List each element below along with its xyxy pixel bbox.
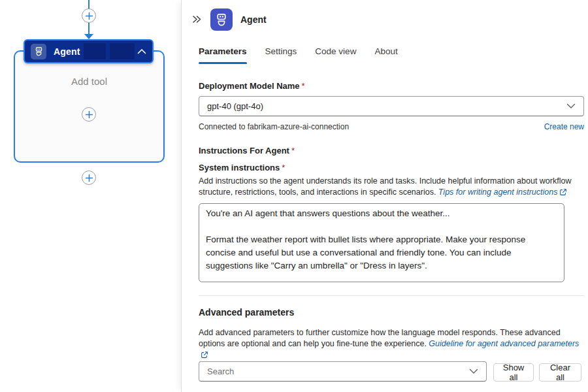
advanced-help-text: Add advanced parameters to further custo… xyxy=(199,327,588,362)
add-tool-button[interactable] xyxy=(82,107,96,122)
tab-label: Parameters xyxy=(199,46,247,56)
add-tool-label: Add tool xyxy=(15,76,163,87)
chevron-up-icon xyxy=(137,48,146,54)
insert-step-button-bottom[interactable] xyxy=(82,171,96,185)
connector-arrow-icon xyxy=(84,34,93,39)
agent-node-title: Agent xyxy=(54,46,80,57)
collapse-panel-button[interactable] xyxy=(191,14,203,27)
collapse-node-button[interactable] xyxy=(137,48,146,54)
create-new-link[interactable]: Create new xyxy=(544,122,584,131)
double-chevron-right-icon xyxy=(191,14,203,25)
label-text: Instructions For Agent xyxy=(199,146,289,155)
instructions-help-text: Add instructions so the agent understand… xyxy=(199,176,588,199)
instructions-section-label: Instructions For Agent* xyxy=(199,146,295,155)
connector-line xyxy=(88,23,90,35)
workflow-canvas: Add tool Agent xyxy=(0,0,181,392)
plus-icon xyxy=(85,174,93,182)
chevron-down-icon xyxy=(469,368,478,374)
guideline-link[interactable]: Guideline for agent advanced parameters xyxy=(429,339,579,348)
tips-link[interactable]: Tips for writing agent instructions xyxy=(438,188,558,197)
label-text: Deployment Model Name xyxy=(199,81,300,91)
agent-tools-container[interactable]: Add tool xyxy=(14,50,165,163)
plus-icon xyxy=(85,110,93,119)
agent-robot-icon xyxy=(31,44,46,59)
required-asterisk: * xyxy=(282,163,285,172)
deployment-model-dropdown[interactable]: gpt-40 (gpt-4o) xyxy=(199,96,584,116)
required-asterisk: * xyxy=(302,81,305,91)
tab-label: Code view xyxy=(315,46,356,56)
connection-row: Connected to fabrikam-azure-ai-connectio… xyxy=(199,122,584,131)
dropdown-value: gpt-40 (gpt-4o) xyxy=(207,101,263,111)
search-input[interactable] xyxy=(207,367,469,376)
external-link-icon xyxy=(201,351,208,362)
deployment-model-label: Deployment Model Name* xyxy=(199,81,305,91)
tab-about[interactable]: About xyxy=(374,46,397,64)
show-all-button[interactable]: Show all xyxy=(493,363,534,382)
external-link-icon xyxy=(559,188,567,199)
connection-status-text: Connected to fabrikam-azure-ai-connectio… xyxy=(199,122,349,131)
tab-parameters[interactable]: Parameters xyxy=(199,46,247,64)
agent-config-panel: Agent Parameters Settings Code view Abou… xyxy=(181,0,588,392)
system-instructions-textarea[interactable]: You're an AI agent that answers question… xyxy=(199,203,564,282)
header-highlight xyxy=(84,43,106,59)
section-divider xyxy=(199,295,584,296)
tab-label: Settings xyxy=(265,46,297,56)
plus-icon xyxy=(85,12,93,20)
agent-robot-icon xyxy=(210,8,233,31)
panel-title: Agent xyxy=(240,14,267,25)
required-asterisk: * xyxy=(291,146,295,155)
panel-tabs: Parameters Settings Code view About xyxy=(199,46,398,64)
header-highlight xyxy=(110,43,135,59)
tab-settings[interactable]: Settings xyxy=(265,46,297,64)
tab-label: About xyxy=(374,46,397,56)
tab-code-view[interactable]: Code view xyxy=(315,46,356,64)
label-text: System instructions xyxy=(199,163,280,172)
chevron-down-icon xyxy=(566,103,576,109)
clear-all-button[interactable]: Clear all xyxy=(539,363,581,382)
insert-step-button-top[interactable] xyxy=(82,8,96,23)
agent-node[interactable]: Agent xyxy=(24,39,154,63)
system-instructions-label: System instructions* xyxy=(199,163,285,172)
advanced-parameters-title: Advanced parameters xyxy=(199,307,294,318)
connector-line xyxy=(88,0,90,8)
active-tab-underline xyxy=(199,62,247,64)
advanced-parameters-search[interactable] xyxy=(199,361,487,382)
